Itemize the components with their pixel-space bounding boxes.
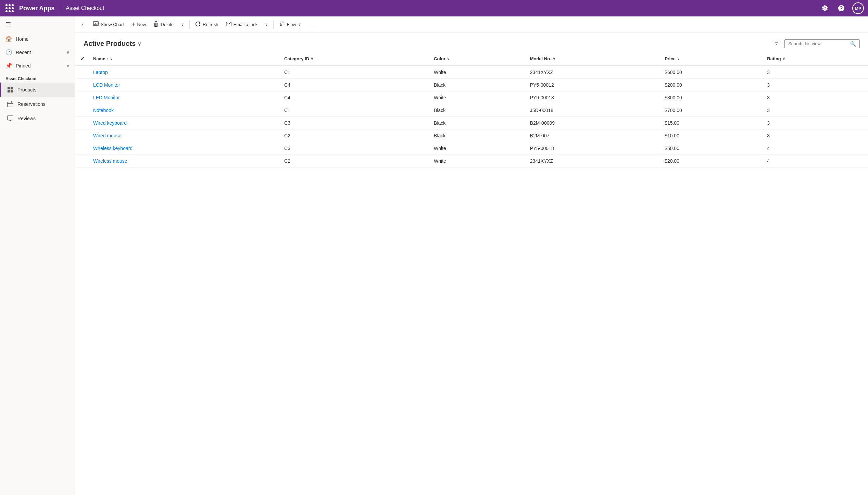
sidebar-item-reservations[interactable]: Reservations xyxy=(0,97,75,111)
row-checkbox-cell xyxy=(75,155,89,168)
row-name-cell: Notebook xyxy=(89,104,280,117)
reviews-icon xyxy=(7,115,14,122)
waffle-menu[interactable] xyxy=(4,3,15,14)
sidebar-item-products[interactable]: Products xyxy=(0,83,75,97)
sidebar-item-recent[interactable]: 🕐 Recent ∨ xyxy=(0,46,75,59)
modelno-column-label: Model No. xyxy=(530,56,551,61)
row-checkbox-cell xyxy=(75,79,89,91)
categoryid-sort-icon[interactable]: ∨ xyxy=(311,57,313,61)
products-label: Products xyxy=(17,87,36,92)
row-color-cell: Black xyxy=(430,104,526,117)
content-header: Active Products ∨ 🔍 xyxy=(75,33,868,52)
row-categoryid-cell: C1 xyxy=(280,66,430,79)
row-modelno-cell: PY5-00018 xyxy=(526,142,661,155)
table-row: Wired keyboard C3 Black B2M-00009 $15.00… xyxy=(75,117,868,129)
home-label: Home xyxy=(16,36,70,42)
delete-button[interactable]: Delete xyxy=(150,19,177,30)
pinned-icon: 📌 xyxy=(5,62,12,69)
user-avatar[interactable]: MP xyxy=(852,2,864,14)
row-name-link[interactable]: Notebook xyxy=(93,108,114,113)
table-row: Wired mouse C2 Black B2M-007 $10.00 3 xyxy=(75,129,868,142)
email-link-button[interactable]: Email a Link xyxy=(223,20,261,29)
row-name-cell: LCD Monitor xyxy=(89,79,280,91)
hamburger-menu[interactable]: ☰ xyxy=(0,16,75,32)
row-modelno-cell: B2M-00009 xyxy=(526,117,661,129)
categoryid-column-label: Category ID xyxy=(284,56,309,61)
row-name-link[interactable]: LCD Monitor xyxy=(93,82,120,88)
sidebar-item-home[interactable]: 🏠 Home xyxy=(0,32,75,46)
row-name-cell: Laptop xyxy=(89,66,280,79)
sidebar-item-reviews[interactable]: Reviews xyxy=(0,111,75,126)
search-input[interactable] xyxy=(788,41,850,46)
top-bar: Power Apps Asset Checkout MP xyxy=(0,0,868,16)
row-rating-cell: 3 xyxy=(763,66,868,79)
row-price-cell: $300.00 xyxy=(661,91,763,104)
row-rating-cell: 3 xyxy=(763,129,868,142)
row-categoryid-cell: C2 xyxy=(280,155,430,168)
select-all-column: ✓ xyxy=(75,52,89,66)
pinned-label: Pinned xyxy=(16,63,63,69)
new-icon: + xyxy=(131,21,135,28)
view-title-text: Active Products xyxy=(84,40,136,48)
row-modelno-cell: 2341XYXZ xyxy=(526,155,661,168)
row-name-link[interactable]: Laptop xyxy=(93,70,108,75)
new-label: New xyxy=(137,22,146,27)
row-name-link[interactable]: Wireless keyboard xyxy=(93,146,133,151)
rating-sort-icon[interactable]: ∨ xyxy=(782,57,785,61)
settings-icon[interactable] xyxy=(819,3,830,14)
content-area: ← Show Chart + New Delete ∨ xyxy=(75,16,868,495)
row-categoryid-cell: C3 xyxy=(280,142,430,155)
table-row: Notebook C1 Black J5D-00018 $700.00 3 xyxy=(75,104,868,117)
row-name-cell: Wired mouse xyxy=(89,129,280,142)
row-color-cell: Black xyxy=(430,79,526,91)
reservations-icon xyxy=(7,100,14,108)
toolbar-separator-1 xyxy=(189,21,190,29)
row-name-cell: Wireless mouse xyxy=(89,155,280,168)
recent-chevron-icon: ∨ xyxy=(66,50,70,55)
help-icon[interactable] xyxy=(836,3,847,14)
svg-rect-3 xyxy=(11,90,13,92)
flow-button[interactable]: Flow ∨ xyxy=(276,19,304,30)
price-column-header: Price ∨ xyxy=(661,52,763,66)
row-color-cell: Black xyxy=(430,117,526,129)
svg-rect-1 xyxy=(11,87,13,89)
back-button[interactable]: ← xyxy=(78,20,89,30)
row-name-cell: Wireless keyboard xyxy=(89,142,280,155)
row-name-link[interactable]: Wired keyboard xyxy=(93,120,127,126)
row-categoryid-cell: C2 xyxy=(280,129,430,142)
brand-logo: Power Apps xyxy=(19,5,54,12)
name-sort-desc-icon[interactable]: ∨ xyxy=(110,57,113,61)
more-options-button[interactable]: ⋯ xyxy=(305,20,317,30)
products-icon xyxy=(7,86,14,94)
recent-label: Recent xyxy=(16,50,63,55)
row-color-cell: White xyxy=(430,142,526,155)
table-row: Wireless keyboard C3 White PY5-00018 $50… xyxy=(75,142,868,155)
row-categoryid-cell: C4 xyxy=(280,79,430,91)
price-sort-icon[interactable]: ∨ xyxy=(677,57,680,61)
svg-rect-4 xyxy=(8,102,13,107)
row-price-cell: $50.00 xyxy=(661,142,763,155)
more-options-icon: ⋯ xyxy=(308,21,314,28)
filter-icon[interactable] xyxy=(772,38,781,49)
show-chart-button[interactable]: Show Chart xyxy=(90,19,127,30)
row-rating-cell: 4 xyxy=(763,155,868,168)
sidebar-item-pinned[interactable]: 📌 Pinned ∨ xyxy=(0,59,75,72)
select-all-checkbox[interactable]: ✓ xyxy=(80,56,85,62)
email-link-dropdown-button[interactable]: ∨ xyxy=(262,20,271,29)
home-icon: 🏠 xyxy=(5,36,12,42)
email-link-dropdown-arrow-icon: ∨ xyxy=(265,22,268,27)
row-name-link[interactable]: Wireless mouse xyxy=(93,158,127,164)
name-sort-asc-icon[interactable]: ↑ xyxy=(106,57,109,61)
color-sort-icon[interactable]: ∨ xyxy=(447,57,450,61)
row-name-link[interactable]: Wired mouse xyxy=(93,133,121,138)
delete-dropdown-button[interactable]: ∨ xyxy=(178,20,187,29)
view-title-chevron-icon[interactable]: ∨ xyxy=(138,41,141,47)
refresh-button[interactable]: Refresh xyxy=(192,19,222,30)
refresh-icon xyxy=(195,21,201,28)
modelno-sort-icon[interactable]: ∨ xyxy=(553,57,555,61)
row-categoryid-cell: C1 xyxy=(280,104,430,117)
new-button[interactable]: + New xyxy=(128,19,150,30)
row-name-link[interactable]: LED Monitor xyxy=(93,95,120,100)
toolbar: ← Show Chart + New Delete ∨ xyxy=(75,16,868,33)
toolbar-separator-2 xyxy=(273,21,274,29)
